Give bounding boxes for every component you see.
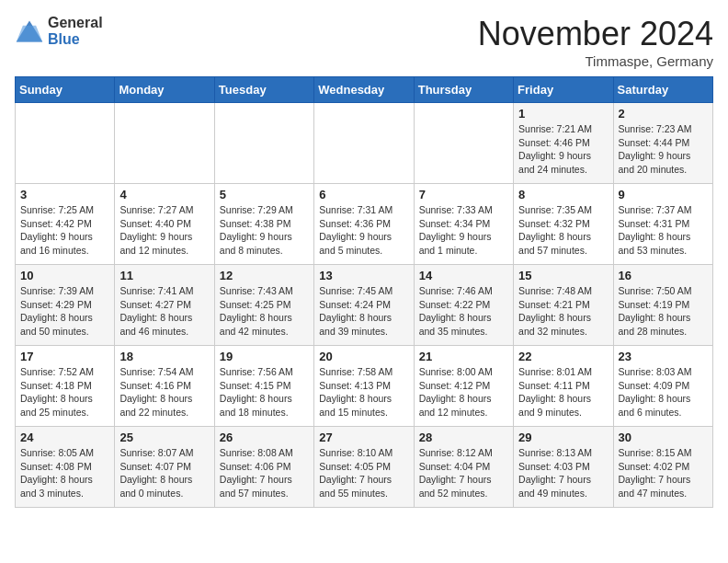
day-number: 4	[119, 188, 209, 201]
day-number: 15	[518, 269, 608, 282]
day-number: 3	[20, 188, 109, 201]
day-number: 19	[220, 350, 309, 363]
day-number: 24	[20, 431, 109, 444]
day-number: 27	[319, 431, 408, 444]
header-thursday: Thursday	[414, 77, 513, 103]
day-info: Sunrise: 8:12 AM Sunset: 4:04 PM Dayligh…	[419, 446, 508, 500]
calendar-cell-w2-d4: 7Sunrise: 7:33 AM Sunset: 4:34 PM Daylig…	[414, 184, 513, 265]
calendar-cell-w1-d5: 1Sunrise: 7:21 AM Sunset: 4:46 PM Daylig…	[514, 103, 613, 184]
day-info: Sunrise: 7:45 AM Sunset: 4:24 PM Dayligh…	[319, 284, 408, 339]
day-info: Sunrise: 7:52 AM Sunset: 4:18 PM Dayligh…	[20, 365, 109, 419]
day-number: 16	[619, 269, 708, 282]
week-row-5: 24Sunrise: 8:05 AM Sunset: 4:08 PM Dayli…	[16, 427, 713, 508]
day-number: 9	[619, 188, 708, 201]
day-info: Sunrise: 7:31 AM Sunset: 4:36 PM Dayligh…	[319, 203, 408, 258]
day-info: Sunrise: 7:48 AM Sunset: 4:21 PM Dayligh…	[518, 284, 608, 339]
calendar-cell-w5-d6: 30Sunrise: 8:15 AM Sunset: 4:02 PM Dayli…	[613, 427, 712, 508]
calendar-cell-w5-d4: 28Sunrise: 8:12 AM Sunset: 4:04 PM Dayli…	[414, 427, 513, 508]
calendar-cell-w4-d2: 19Sunrise: 7:56 AM Sunset: 4:15 PM Dayli…	[214, 346, 313, 427]
week-row-2: 3Sunrise: 7:25 AM Sunset: 4:42 PM Daylig…	[16, 184, 713, 265]
header-tuesday: Tuesday	[214, 77, 313, 103]
logo-general: General	[48, 15, 103, 30]
day-info: Sunrise: 8:08 AM Sunset: 4:06 PM Dayligh…	[220, 446, 309, 500]
calendar-cell-w3-d4: 14Sunrise: 7:46 AM Sunset: 4:22 PM Dayli…	[414, 265, 513, 346]
day-number: 2	[619, 107, 708, 121]
calendar-cell-w4-d6: 23Sunrise: 8:03 AM Sunset: 4:09 PM Dayli…	[613, 346, 712, 427]
calendar-cell-w2-d0: 3Sunrise: 7:25 AM Sunset: 4:42 PM Daylig…	[16, 184, 115, 265]
title-area: November 2024 Timmaspe, Germany	[478, 15, 713, 69]
calendar-cell-w5-d2: 26Sunrise: 8:08 AM Sunset: 4:06 PM Dayli…	[214, 427, 313, 508]
calendar-cell-w3-d0: 10Sunrise: 7:39 AM Sunset: 4:29 PM Dayli…	[16, 265, 115, 346]
calendar-table: Sunday Monday Tuesday Wednesday Thursday…	[15, 76, 713, 508]
day-number: 28	[419, 431, 508, 444]
day-info: Sunrise: 7:27 AM Sunset: 4:40 PM Dayligh…	[119, 203, 209, 258]
location-subtitle: Timmaspe, Germany	[478, 53, 713, 69]
calendar-cell-w2-d3: 6Sunrise: 7:31 AM Sunset: 4:36 PM Daylig…	[314, 184, 414, 265]
day-info: Sunrise: 7:23 AM Sunset: 4:44 PM Dayligh…	[619, 122, 708, 177]
calendar-cell-w1-d3	[314, 103, 414, 184]
day-number: 21	[419, 350, 508, 363]
day-number: 13	[319, 269, 408, 282]
day-number: 17	[20, 350, 109, 363]
day-info: Sunrise: 7:58 AM Sunset: 4:13 PM Dayligh…	[319, 365, 408, 419]
day-info: Sunrise: 7:39 AM Sunset: 4:29 PM Dayligh…	[20, 284, 109, 339]
day-info: Sunrise: 8:03 AM Sunset: 4:09 PM Dayligh…	[619, 365, 708, 419]
calendar-cell-w3-d2: 12Sunrise: 7:43 AM Sunset: 4:25 PM Dayli…	[214, 265, 313, 346]
day-info: Sunrise: 7:21 AM Sunset: 4:46 PM Dayligh…	[518, 122, 608, 177]
month-title: November 2024	[478, 15, 713, 53]
calendar-cell-w4-d0: 17Sunrise: 7:52 AM Sunset: 4:18 PM Dayli…	[16, 346, 115, 427]
day-info: Sunrise: 7:50 AM Sunset: 4:19 PM Dayligh…	[619, 284, 708, 339]
week-row-1: 1Sunrise: 7:21 AM Sunset: 4:46 PM Daylig…	[16, 103, 713, 184]
day-number: 25	[119, 431, 209, 444]
calendar-cell-w2-d1: 4Sunrise: 7:27 AM Sunset: 4:40 PM Daylig…	[115, 184, 214, 265]
calendar-cell-w4-d5: 22Sunrise: 8:01 AM Sunset: 4:11 PM Dayli…	[514, 346, 613, 427]
day-number: 8	[518, 188, 608, 201]
day-info: Sunrise: 7:35 AM Sunset: 4:32 PM Dayligh…	[518, 203, 608, 258]
calendar-cell-w2-d5: 8Sunrise: 7:35 AM Sunset: 4:32 PM Daylig…	[514, 184, 613, 265]
day-info: Sunrise: 7:25 AM Sunset: 4:42 PM Dayligh…	[20, 203, 109, 258]
header: General Blue November 2024 Timmaspe, Ger…	[15, 15, 713, 69]
calendar-cell-w3-d5: 15Sunrise: 7:48 AM Sunset: 4:21 PM Dayli…	[514, 265, 613, 346]
day-info: Sunrise: 8:13 AM Sunset: 4:03 PM Dayligh…	[518, 446, 608, 500]
calendar-cell-w4-d1: 18Sunrise: 7:54 AM Sunset: 4:16 PM Dayli…	[115, 346, 214, 427]
header-saturday: Saturday	[613, 77, 712, 103]
day-number: 11	[119, 269, 209, 282]
day-number: 7	[419, 188, 508, 201]
calendar-cell-w1-d4	[414, 103, 513, 184]
day-info: Sunrise: 8:15 AM Sunset: 4:02 PM Dayligh…	[619, 446, 708, 500]
calendar-cell-w4-d4: 21Sunrise: 8:00 AM Sunset: 4:12 PM Dayli…	[414, 346, 513, 427]
logo: General Blue	[15, 15, 103, 47]
day-number: 26	[220, 431, 309, 444]
calendar-header-row: Sunday Monday Tuesday Wednesday Thursday…	[16, 77, 713, 103]
calendar-cell-w1-d0	[16, 103, 115, 184]
svg-marker-1	[17, 25, 42, 41]
day-info: Sunrise: 8:00 AM Sunset: 4:12 PM Dayligh…	[419, 365, 508, 419]
header-sunday: Sunday	[16, 77, 115, 103]
calendar-cell-w2-d2: 5Sunrise: 7:29 AM Sunset: 4:38 PM Daylig…	[214, 184, 313, 265]
day-number: 22	[518, 350, 608, 363]
day-number: 18	[119, 350, 209, 363]
header-friday: Friday	[514, 77, 613, 103]
calendar-cell-w3-d1: 11Sunrise: 7:41 AM Sunset: 4:27 PM Dayli…	[115, 265, 214, 346]
day-info: Sunrise: 7:43 AM Sunset: 4:25 PM Dayligh…	[220, 284, 309, 339]
day-number: 23	[619, 350, 708, 363]
day-info: Sunrise: 7:46 AM Sunset: 4:22 PM Dayligh…	[419, 284, 508, 339]
header-monday: Monday	[115, 77, 214, 103]
logo-blue: Blue	[48, 31, 80, 47]
day-number: 29	[518, 431, 608, 444]
calendar-cell-w5-d3: 27Sunrise: 8:10 AM Sunset: 4:05 PM Dayli…	[314, 427, 414, 508]
calendar-cell-w1-d2	[214, 103, 313, 184]
day-info: Sunrise: 7:33 AM Sunset: 4:34 PM Dayligh…	[419, 203, 508, 258]
calendar-cell-w3-d3: 13Sunrise: 7:45 AM Sunset: 4:24 PM Dayli…	[314, 265, 414, 346]
calendar-body: 1Sunrise: 7:21 AM Sunset: 4:46 PM Daylig…	[16, 103, 713, 508]
calendar-cell-w5-d1: 25Sunrise: 8:07 AM Sunset: 4:07 PM Dayli…	[115, 427, 214, 508]
logo-icon	[15, 18, 44, 44]
calendar-cell-w1-d1	[115, 103, 214, 184]
calendar-cell-w3-d6: 16Sunrise: 7:50 AM Sunset: 4:19 PM Dayli…	[613, 265, 712, 346]
calendar-cell-w5-d5: 29Sunrise: 8:13 AM Sunset: 4:03 PM Dayli…	[514, 427, 613, 508]
day-info: Sunrise: 8:07 AM Sunset: 4:07 PM Dayligh…	[119, 446, 209, 500]
week-row-3: 10Sunrise: 7:39 AM Sunset: 4:29 PM Dayli…	[16, 265, 713, 346]
day-info: Sunrise: 7:54 AM Sunset: 4:16 PM Dayligh…	[119, 365, 209, 419]
header-wednesday: Wednesday	[314, 77, 414, 103]
week-row-4: 17Sunrise: 7:52 AM Sunset: 4:18 PM Dayli…	[16, 346, 713, 427]
